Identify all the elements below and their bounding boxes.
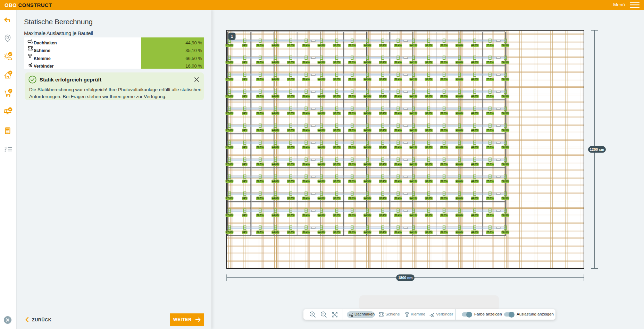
svg-text:39.4%: 39.4% (379, 112, 387, 114)
svg-text:44.2%: 44.2% (471, 112, 478, 114)
svg-text:44.6%: 44.6% (272, 112, 279, 114)
svg-text:44.9%: 44.9% (364, 180, 371, 182)
svg-text:44.2%: 44.2% (471, 214, 478, 216)
svg-text:30.3%: 30.3% (502, 44, 509, 46)
svg-text:1: 1 (231, 34, 233, 39)
svg-text:34%: 34% (242, 95, 248, 97)
svg-text:43.6%: 43.6% (456, 95, 463, 97)
svg-text:36.4%: 36.4% (303, 129, 310, 131)
svg-text:36.4%: 36.4% (395, 197, 402, 199)
svg-text:44.2%: 44.2% (471, 129, 478, 131)
svg-text:36.4%: 36.4% (395, 163, 402, 165)
svg-text:44.1%: 44.1% (410, 163, 417, 165)
svg-text:37.3%: 37.3% (349, 61, 356, 63)
svg-text:44.2%: 44.2% (471, 44, 478, 46)
svg-text:30.3%: 30.3% (502, 146, 509, 148)
svg-text:39.2%: 39.2% (333, 197, 341, 199)
svg-text:39.4%: 39.4% (379, 231, 387, 233)
svg-text:44.2%: 44.2% (471, 180, 478, 182)
svg-text:36.4%: 36.4% (395, 61, 402, 63)
svg-text:43.6%: 43.6% (456, 78, 463, 80)
svg-text:44.3%: 44.3% (318, 61, 325, 63)
svg-text:36.4%: 36.4% (395, 231, 402, 233)
svg-text:37.9%: 37.9% (441, 95, 448, 97)
svg-text:37.9%: 37.9% (441, 61, 448, 63)
svg-text:30.3%: 30.3% (502, 197, 509, 199)
svg-text:39.2%: 39.2% (333, 78, 341, 80)
svg-text:44.1%: 44.1% (410, 112, 417, 114)
svg-text:44.9%: 44.9% (364, 78, 371, 80)
svg-text:36.4%: 36.4% (395, 112, 402, 114)
svg-text:36.4%: 36.4% (303, 163, 310, 165)
svg-text:27.6%: 27.6% (226, 129, 233, 131)
svg-text:39.5%: 39.5% (287, 214, 295, 216)
svg-text:25.9%: 25.9% (487, 78, 494, 80)
svg-text:44.6%: 44.6% (272, 231, 279, 233)
svg-text:44.3%: 44.3% (318, 180, 325, 182)
svg-text:39.1%: 39.1% (425, 78, 433, 80)
svg-text:44.9%: 44.9% (364, 61, 371, 63)
svg-text:34%: 34% (242, 146, 248, 148)
svg-text:34%: 34% (242, 214, 248, 216)
svg-text:36.4%: 36.4% (303, 180, 310, 182)
svg-text:38.5%: 38.5% (257, 163, 264, 165)
svg-text:39.4%: 39.4% (379, 163, 387, 165)
svg-text:37.3%: 37.3% (349, 129, 356, 131)
svg-text:30.3%: 30.3% (502, 180, 509, 182)
svg-text:39.5%: 39.5% (287, 78, 295, 80)
svg-text:27.6%: 27.6% (226, 61, 233, 63)
svg-text:37.9%: 37.9% (441, 146, 448, 148)
svg-text:44.3%: 44.3% (318, 78, 325, 80)
svg-text:27.6%: 27.6% (226, 231, 233, 233)
svg-text:39.2%: 39.2% (333, 180, 341, 182)
svg-text:39.4%: 39.4% (379, 214, 387, 216)
svg-text:44.2%: 44.2% (471, 231, 478, 233)
svg-text:37.3%: 37.3% (349, 197, 356, 199)
svg-text:25.9%: 25.9% (487, 129, 494, 131)
svg-text:44.1%: 44.1% (410, 180, 417, 182)
svg-text:25.9%: 25.9% (487, 95, 494, 97)
svg-text:39.5%: 39.5% (287, 61, 295, 63)
svg-text:44.9%: 44.9% (364, 231, 371, 233)
svg-text:44.6%: 44.6% (272, 197, 279, 199)
svg-text:34%: 34% (242, 180, 248, 182)
svg-text:43.6%: 43.6% (456, 129, 463, 131)
svg-text:39.1%: 39.1% (425, 197, 433, 199)
svg-text:44.9%: 44.9% (364, 146, 371, 148)
svg-text:44.9%: 44.9% (364, 163, 371, 165)
svg-text:36.4%: 36.4% (395, 44, 402, 46)
svg-text:39.5%: 39.5% (287, 197, 295, 199)
svg-text:44.9%: 44.9% (364, 112, 371, 114)
svg-text:44.2%: 44.2% (471, 95, 478, 97)
svg-text:44.6%: 44.6% (272, 95, 279, 97)
svg-text:27.6%: 27.6% (226, 78, 233, 80)
svg-text:1200 cm: 1200 cm (590, 147, 604, 151)
svg-text:39.2%: 39.2% (333, 112, 341, 114)
svg-text:44.3%: 44.3% (318, 95, 325, 97)
svg-text:39.2%: 39.2% (333, 44, 341, 46)
svg-text:44.6%: 44.6% (272, 78, 279, 80)
svg-text:39.1%: 39.1% (425, 44, 433, 46)
svg-text:39.2%: 39.2% (333, 129, 341, 131)
svg-text:36.4%: 36.4% (395, 78, 402, 80)
svg-text:44.9%: 44.9% (364, 129, 371, 131)
svg-text:44.3%: 44.3% (318, 112, 325, 114)
svg-text:37.3%: 37.3% (349, 163, 356, 165)
svg-text:36.4%: 36.4% (303, 112, 310, 114)
svg-text:37.9%: 37.9% (441, 214, 448, 216)
svg-text:27.6%: 27.6% (226, 146, 233, 148)
svg-text:43.6%: 43.6% (456, 214, 463, 216)
svg-text:37.3%: 37.3% (349, 180, 356, 182)
svg-text:44.1%: 44.1% (410, 78, 417, 80)
svg-text:39.1%: 39.1% (425, 214, 433, 216)
svg-text:27.6%: 27.6% (226, 163, 233, 165)
svg-text:25.9%: 25.9% (487, 180, 494, 182)
svg-text:39.1%: 39.1% (425, 163, 433, 165)
svg-text:34%: 34% (242, 112, 248, 114)
svg-text:43.6%: 43.6% (456, 146, 463, 148)
svg-text:44.2%: 44.2% (471, 146, 478, 148)
svg-text:25.9%: 25.9% (487, 112, 494, 114)
svg-text:43.6%: 43.6% (456, 197, 463, 199)
svg-text:37.9%: 37.9% (441, 231, 448, 233)
svg-text:39.4%: 39.4% (379, 180, 387, 182)
